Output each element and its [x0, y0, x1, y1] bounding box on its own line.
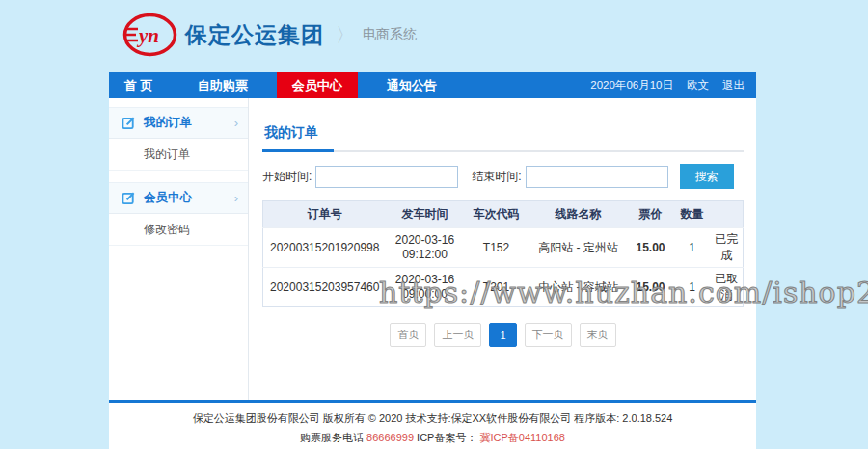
title-bar: 我的订单 — [262, 123, 744, 152]
sidebar-item-change-password[interactable]: 修改密码 — [109, 214, 248, 246]
footer-phone-number: 86666999 — [366, 432, 414, 443]
brand-subtitle: 电商系统 — [363, 26, 417, 43]
col-header-train-code: 车次代码 — [464, 201, 529, 228]
end-time-input[interactable] — [526, 166, 668, 188]
site-header: yn 保定公运集团 〉 电商系统 — [109, 0, 756, 72]
company-logo-icon: yn — [122, 13, 177, 57]
depart-date: 2020-03-16 — [387, 233, 464, 248]
pagination-next-button[interactable]: 下一页 — [525, 323, 572, 347]
col-header-status — [711, 201, 744, 228]
pagination-current-page[interactable]: 1 — [489, 323, 516, 347]
cell-route: 中心站 - 容城站 — [529, 268, 628, 307]
nav-user-area: 2020年06月10日 欧文 退出 — [590, 72, 756, 98]
pagination-prev-button[interactable]: 上一页 — [434, 323, 481, 347]
sidebar-section-title: 会员中心 — [144, 190, 192, 206]
content-panel: 我的订单 开始时间: 结束时间: 搜索 订单号 发车时间 车次代 — [249, 98, 756, 400]
main-nav: 首 页 自助购票 会员中心 通知公告 2020年06月10日 欧文 退出 — [109, 72, 756, 98]
page-container: yn 保定公运集团 〉 电商系统 首 页 自助购票 会员中心 通知公告 2020… — [109, 0, 756, 449]
sidebar-gap — [109, 171, 248, 182]
footer-icp-label: ICP备案号： — [414, 432, 479, 443]
col-header-order-no: 订单号 — [263, 201, 387, 228]
search-button[interactable]: 搜索 — [680, 164, 734, 189]
sidebar: 我的订单 › 我的订单 会员中心 › 修改密码 — [109, 98, 249, 400]
start-time-label: 开始时间: — [262, 169, 312, 185]
start-time-input[interactable] — [315, 166, 458, 188]
chevron-right-icon: › — [234, 116, 238, 130]
edit-icon — [122, 116, 136, 130]
search-form: 开始时间: 结束时间: 搜索 — [262, 164, 744, 189]
cell-depart-time: 2020-03-16 09:12:00 — [387, 228, 464, 268]
svg-text:yn: yn — [136, 24, 159, 47]
table-row: 20200315203957460 2020-03-16 09:00:00 T2… — [263, 268, 744, 307]
col-header-route: 线路名称 — [529, 201, 628, 228]
cell-order-no: 20200315201920998 — [263, 228, 387, 268]
cell-train-code: T201 — [464, 268, 529, 307]
main-area: 我的订单 › 我的订单 会员中心 › 修改密码 我的订单 开始时间: — [109, 98, 756, 400]
end-time-label: 结束时间: — [472, 169, 521, 185]
table-row: 20200315201920998 2020-03-16 09:12:00 T1… — [263, 228, 744, 268]
cell-train-code: T152 — [464, 228, 529, 268]
footer-contact: 购票服务电话 86666999 ICP备案号： 冀ICP备04110168 — [109, 431, 756, 445]
sidebar-section-title: 我的订单 — [144, 115, 192, 131]
footer-phone-label: 购票服务电话 — [300, 432, 366, 443]
depart-clock: 09:00:00 — [387, 287, 464, 302]
cell-status: 已完成 — [711, 228, 744, 268]
orders-table: 订单号 发车时间 车次代码 线路名称 票价 数量 202003152019209… — [262, 200, 744, 307]
chevron-right-icon: › — [234, 191, 238, 205]
current-date: 2020年06月10日 — [590, 78, 673, 92]
pagination-last-button[interactable]: 末页 — [580, 323, 616, 347]
col-header-qty: 数量 — [674, 201, 711, 228]
cell-route: 高阳站 - 定州站 — [529, 228, 628, 268]
depart-date: 2020-03-16 — [387, 273, 464, 287]
cell-price: 15.00 — [628, 268, 674, 307]
nav-item-notices[interactable]: 通知公告 — [371, 72, 452, 98]
footer-copyright: 保定公运集团股份有限公司 版权所有 © 2020 技术支持:保定XX软件股份有限… — [109, 411, 756, 426]
edit-icon — [122, 191, 136, 205]
cell-qty: 1 — [674, 268, 711, 307]
footer: 保定公运集团股份有限公司 版权所有 © 2020 技术支持:保定XX软件股份有限… — [109, 403, 756, 449]
depart-clock: 09:12:00 — [387, 248, 464, 262]
cell-order-no: 20200315203957460 — [263, 268, 387, 307]
sidebar-section-member-center[interactable]: 会员中心 › — [109, 182, 248, 214]
brand-separator: 〉 — [336, 22, 355, 48]
cell-qty: 1 — [674, 228, 711, 268]
cell-status: 已取消 — [711, 268, 744, 307]
page-title: 我的订单 — [262, 124, 334, 152]
username-link[interactable]: 欧文 — [687, 78, 709, 92]
sidebar-item-my-orders[interactable]: 我的订单 — [109, 139, 248, 171]
nav-item-home[interactable]: 首 页 — [109, 72, 169, 98]
logout-link[interactable]: 退出 — [722, 78, 745, 92]
nav-menu: 首 页 自助购票 会员中心 通知公告 — [109, 72, 466, 98]
brand: yn 保定公运集团 〉 电商系统 — [122, 13, 417, 57]
brand-name: 保定公运集团 — [185, 20, 324, 50]
nav-item-member-center[interactable]: 会员中心 — [277, 72, 358, 98]
footer-icp-number: 冀ICP备04110168 — [480, 432, 565, 443]
col-header-price: 票价 — [628, 201, 674, 228]
cell-price: 15.00 — [628, 228, 674, 268]
cell-depart-time: 2020-03-16 09:00:00 — [387, 268, 464, 307]
pagination: 首页 上一页 1 下一页 末页 — [262, 323, 744, 347]
orders-table-header-row: 订单号 发车时间 车次代码 线路名称 票价 数量 — [263, 201, 744, 228]
sidebar-section-my-orders[interactable]: 我的订单 › — [109, 107, 248, 139]
nav-item-self-ticketing[interactable]: 自助购票 — [182, 72, 263, 98]
pagination-first-button[interactable]: 首页 — [390, 323, 426, 347]
col-header-depart-time: 发车时间 — [387, 201, 464, 228]
